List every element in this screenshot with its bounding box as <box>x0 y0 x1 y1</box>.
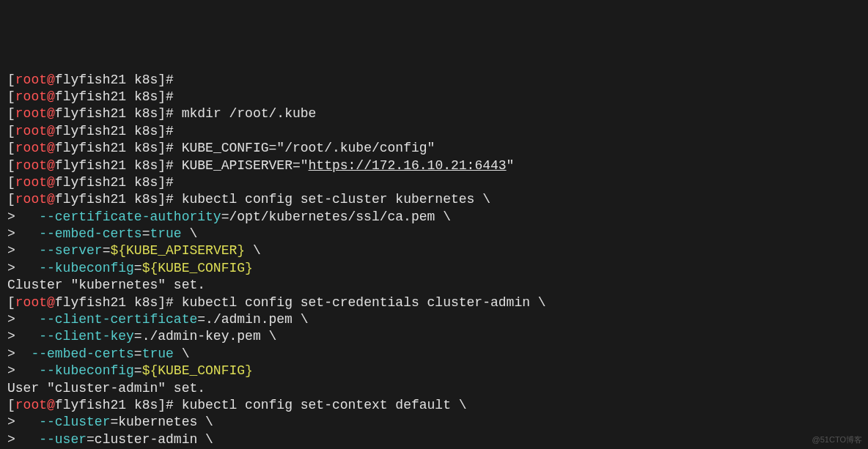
terminal-line: [root@flyfish21 k8s]# KUBE_APISERVER="ht… <box>7 157 861 174</box>
terminal-line: [root@flyfish21 k8s]# kubectl config set… <box>7 191 861 208</box>
terminal-line: [root@flyfish21 k8s]# <box>7 89 861 105</box>
terminal-line: [root@flyfish21 k8s]# <box>7 174 861 191</box>
terminal-line: > --client-key=./admin-key.pem \ <box>7 328 861 345</box>
terminal-line: > --client-certificate=./admin.pem \ <box>7 311 861 328</box>
watermark-text: @51CTO博客 <box>812 434 862 445</box>
terminal-line: [root@flyfish21 k8s]# <box>7 72 861 89</box>
terminal-line: > --embed-certs=true \ <box>7 346 861 363</box>
terminal-line: [root@flyfish21 k8s]# kubectl config set… <box>7 397 861 414</box>
terminal-line: > --cluster=kubernetes \ <box>7 414 861 431</box>
terminal-line: Cluster "kubernetes" set. <box>7 277 861 294</box>
terminal-line: [root@flyfish21 k8s]# <box>7 123 861 140</box>
terminal-line: User "cluster-admin" set. <box>7 380 861 397</box>
terminal-line: [root@flyfish21 k8s]# mkdir /root/.kube <box>7 105 861 122</box>
terminal-line: > --embed-certs=true \ <box>7 226 861 242</box>
terminal-line: > --certificate-authority=/opt/kubernete… <box>7 209 861 226</box>
terminal-output[interactable]: [root@flyfish21 k8s]#[root@flyfish21 k8s… <box>7 72 861 449</box>
terminal-line: > --server=${KUBE_APISERVER} \ <box>7 242 861 259</box>
terminal-line: > --kubeconfig=${KUBE_CONFIG} <box>7 363 861 379</box>
terminal-line: [root@flyfish21 k8s]# kubectl config set… <box>7 294 861 311</box>
terminal-line: [root@flyfish21 k8s]# KUBE_CONFIG="/root… <box>7 140 861 157</box>
terminal-line: > --user=cluster-admin \ <box>7 431 861 448</box>
terminal-line: > --kubeconfig=${KUBE_CONFIG} <box>7 260 861 277</box>
